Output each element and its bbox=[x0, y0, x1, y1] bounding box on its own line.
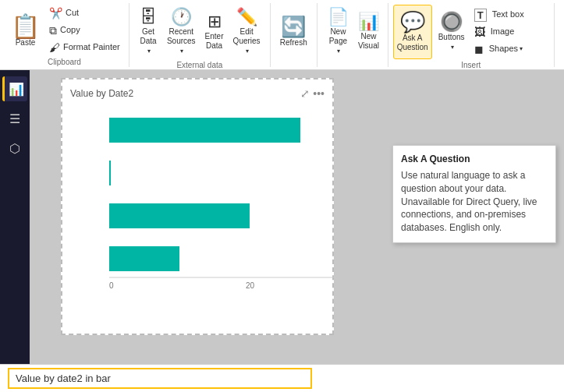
text-box-label: Text box bbox=[492, 9, 524, 19]
new-page-icon: 📄 bbox=[328, 9, 349, 26]
chart-title: Value by Date2 bbox=[70, 88, 133, 99]
ribbon: 📋 Paste ✂️ Cut ⧉ Copy 🖌 bbox=[0, 0, 564, 70]
ask-question-button[interactable]: 💬 Ask AQuestion bbox=[393, 5, 432, 59]
left-sidebar: 📊 ☰ ⬡ bbox=[0, 70, 30, 392]
ask-question-tooltip: Ask A Question Use natural language to a… bbox=[392, 145, 556, 243]
get-data-label: GetData ▾ bbox=[139, 27, 158, 55]
tooltip-title: Ask A Question bbox=[401, 154, 548, 164]
paste-button[interactable]: 📋 Paste bbox=[5, 13, 46, 48]
new-visual-label: NewVisual bbox=[358, 32, 379, 51]
buttons-icon: 🔘 bbox=[440, 12, 463, 31]
insert-small-buttons: T Text box 🖼 Image ◼ Shapes ▾ bbox=[471, 6, 549, 58]
chart-header-controls: ⤢ ••• bbox=[300, 87, 325, 100]
new-page-button[interactable]: 📄 NewPage ▾ bbox=[322, 5, 354, 59]
ribbon-group-refresh: 🔄 Refresh bbox=[271, 3, 317, 67]
tooltip-body: Use natural language to ask a question a… bbox=[401, 169, 548, 235]
text-box-icon: T bbox=[474, 9, 487, 22]
status-input[interactable] bbox=[8, 368, 312, 389]
axis-tick-0: 0 bbox=[109, 281, 114, 290]
clipboard-small-buttons: ✂️ Cut ⧉ Copy 🖌 Format Painter bbox=[46, 5, 124, 56]
ribbon-group-external-data: 🗄 GetData ▾ 🕐 RecentSources ▾ ⊞ EnterDat… bbox=[129, 3, 271, 67]
format-painter-icon: 🖌 bbox=[49, 42, 60, 53]
bar-mar25 bbox=[109, 118, 300, 143]
recent-sources-button[interactable]: 🕐 RecentSources ▾ bbox=[162, 5, 200, 59]
edit-queries-icon: ✏️ bbox=[236, 9, 257, 26]
new-group-label bbox=[351, 59, 353, 69]
chart-visual[interactable]: Value by Date2 ⤢ ••• Mar 25 Mar 11 Feb 2… bbox=[61, 78, 334, 335]
refresh-button[interactable]: 🔄 Refresh bbox=[275, 5, 312, 59]
bar-mar11 bbox=[109, 161, 111, 185]
edit-queries-label: EditQueries ▾ bbox=[233, 27, 261, 55]
sidebar-item-report[interactable]: 📊 bbox=[2, 76, 27, 101]
clipboard-group-label: Clipboard bbox=[48, 56, 81, 66]
recent-sources-icon: 🕐 bbox=[171, 9, 192, 26]
new-page-label: NewPage ▾ bbox=[327, 27, 349, 55]
get-data-icon: 🗄 bbox=[140, 9, 157, 26]
cut-button[interactable]: ✂️ Cut bbox=[46, 5, 124, 22]
report-icon: 📊 bbox=[9, 82, 24, 97]
ribbon-group-clipboard: 📋 Paste ✂️ Cut ⧉ Copy 🖌 bbox=[0, 3, 129, 67]
copy-label: Copy bbox=[60, 25, 80, 35]
enter-data-icon: ⊞ bbox=[208, 13, 222, 30]
buttons-label: Buttons ▾ bbox=[437, 33, 466, 51]
recent-sources-label: RecentSources ▾ bbox=[167, 27, 196, 55]
text-box-button[interactable]: T Text box bbox=[471, 6, 549, 23]
ask-question-icon: 💬 bbox=[400, 12, 425, 32]
buttons-button[interactable]: 🔘 Buttons ▾ bbox=[432, 5, 471, 59]
shapes-button[interactable]: ◼ Shapes ▾ bbox=[471, 41, 549, 58]
refresh-label: Refresh bbox=[280, 38, 307, 48]
axis-tick-20: 20 bbox=[246, 281, 255, 290]
data-icon: ☰ bbox=[9, 111, 20, 126]
canvas-area: Value by Date2 ⤢ ••• Mar 25 Mar 11 Feb 2… bbox=[30, 70, 564, 364]
ribbon-group-custom: 🏪 FromMarketpl... Cust bbox=[555, 3, 564, 67]
new-visual-button[interactable]: 📊 NewVisual bbox=[354, 5, 383, 59]
shapes-dropdown-arrow: ▾ bbox=[520, 45, 523, 53]
cut-label: Cut bbox=[66, 8, 79, 18]
bar-feb11 bbox=[109, 246, 179, 271]
chart-header: Value by Date2 ⤢ ••• bbox=[70, 87, 325, 100]
expand-icon[interactable]: ⤢ bbox=[300, 87, 310, 100]
sidebar-item-data[interactable]: ☰ bbox=[2, 106, 27, 131]
image-button[interactable]: 🖼 Image bbox=[471, 23, 549, 41]
ribbon-group-insert: 💬 Ask AQuestion 🔘 Buttons ▾ T Text box bbox=[388, 3, 555, 67]
copy-button[interactable]: ⧉ Copy bbox=[46, 22, 124, 39]
ask-question-label: Ask AQuestion bbox=[397, 34, 428, 52]
image-label: Image bbox=[491, 26, 515, 37]
copy-icon: ⧉ bbox=[49, 25, 57, 36]
sidebar-item-model[interactable]: ⬡ bbox=[2, 136, 27, 161]
from-marketplace-button[interactable]: 🏪 FromMarketpl... bbox=[559, 5, 564, 59]
enter-data-button[interactable]: ⊞ EnterData bbox=[200, 5, 229, 59]
ribbon-group-new: 📄 NewPage ▾ 📊 NewVisual bbox=[317, 3, 388, 67]
shapes-icon: ◼ bbox=[474, 44, 484, 55]
format-painter-label: Format Painter bbox=[63, 42, 120, 52]
more-options-icon[interactable]: ••• bbox=[313, 87, 325, 100]
enter-data-label: EnterData bbox=[205, 32, 224, 51]
new-visual-icon: 📊 bbox=[358, 13, 379, 30]
paste-icon: 📋 bbox=[11, 15, 40, 38]
get-data-button[interactable]: 🗄 GetData ▾ bbox=[134, 5, 162, 59]
refresh-group-label bbox=[293, 59, 295, 69]
bar-feb25 bbox=[109, 203, 250, 228]
insert-group-label: Insert bbox=[461, 59, 481, 69]
edit-queries-button[interactable]: ✏️ EditQueries ▾ bbox=[229, 5, 265, 59]
status-bar bbox=[0, 364, 564, 392]
model-icon: ⬡ bbox=[9, 141, 20, 156]
cut-icon: ✂️ bbox=[49, 8, 62, 19]
external-data-group-label: External data bbox=[176, 59, 222, 69]
refresh-icon: 🔄 bbox=[281, 16, 306, 37]
bar-chart-svg: Mar 25 Mar 11 Feb 25 Feb 11 0 20 bbox=[109, 106, 343, 301]
format-painter-button[interactable]: 🖌 Format Painter bbox=[46, 39, 124, 56]
paste-label: Paste bbox=[16, 38, 36, 47]
image-icon: 🖼 bbox=[474, 26, 485, 37]
shapes-label: Shapes bbox=[489, 44, 518, 54]
